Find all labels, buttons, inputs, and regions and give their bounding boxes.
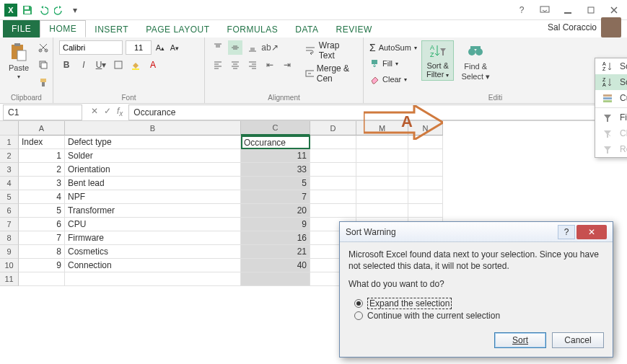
cell[interactable] xyxy=(356,149,408,163)
fill-color-button[interactable] xyxy=(128,58,143,72)
align-bottom-button[interactable] xyxy=(245,40,260,55)
cell[interactable] xyxy=(408,163,443,177)
cancel-formula-icon[interactable]: ✕ xyxy=(91,106,98,117)
cell[interactable] xyxy=(310,190,356,204)
format-painter-button[interactable] xyxy=(36,75,51,89)
col-header[interactable]: B xyxy=(65,121,241,136)
cell[interactable]: CPU xyxy=(65,218,241,231)
font-family-select[interactable] xyxy=(59,40,123,55)
cell[interactable]: 5 xyxy=(241,177,310,190)
account-area[interactable]: Sal Coraccio xyxy=(548,17,627,37)
row-header[interactable]: 3 xyxy=(0,163,19,177)
cell[interactable]: Defect type xyxy=(65,136,241,149)
paste-button[interactable]: Paste ▾ xyxy=(6,40,32,81)
cell[interactable] xyxy=(408,177,443,190)
radio-expand-selection[interactable]: Expand the selection xyxy=(354,298,604,309)
cell[interactable]: Bent lead xyxy=(65,177,241,190)
cell[interactable] xyxy=(356,204,408,218)
cell[interactable] xyxy=(310,163,356,177)
cell[interactable]: Transformer xyxy=(65,204,241,218)
sort-smallest-to-largest[interactable]: AZ Sort Smallest to Largest xyxy=(595,58,627,74)
align-center-button[interactable] xyxy=(228,58,242,72)
save-icon[interactable] xyxy=(22,4,33,16)
fill-button[interactable]: Fill▾ xyxy=(369,56,417,71)
enter-formula-icon[interactable]: ✓ xyxy=(104,106,111,117)
cancel-button[interactable]: Cancel xyxy=(552,332,604,348)
border-button[interactable] xyxy=(111,58,126,72)
cell[interactable]: 40 xyxy=(241,259,310,272)
cell[interactable]: 16 xyxy=(241,231,310,245)
row-header[interactable]: 11 xyxy=(0,272,19,286)
align-middle-button[interactable] xyxy=(228,40,242,55)
cell[interactable] xyxy=(408,149,443,163)
clear-button[interactable]: Clear▾ xyxy=(369,72,417,86)
row-header[interactable]: 10 xyxy=(0,259,19,272)
decrease-indent-button[interactable]: ⇤ xyxy=(263,58,277,72)
name-box[interactable]: C1 xyxy=(3,105,82,120)
cell[interactable] xyxy=(408,190,443,204)
bold-button[interactable]: B xyxy=(59,58,74,72)
row-header[interactable]: 4 xyxy=(0,177,19,190)
cell[interactable] xyxy=(408,204,443,218)
tab-formulas[interactable]: FORMULAS xyxy=(219,22,287,37)
cell[interactable]: 9 xyxy=(241,218,310,231)
tab-file[interactable]: FILE xyxy=(3,20,40,37)
undo-icon[interactable] xyxy=(38,4,49,16)
sort-largest-to-smallest[interactable]: ZA Sort Largest to Smallest xyxy=(595,74,627,90)
cell[interactable]: 7 xyxy=(241,190,310,204)
cell[interactable]: 5 xyxy=(19,204,65,218)
row-header[interactable]: 1 xyxy=(0,136,19,149)
row-header[interactable]: 2 xyxy=(0,149,19,163)
sort-filter-button[interactable]: AZ Sort & Filter ▾ xyxy=(421,40,455,81)
align-right-button[interactable] xyxy=(245,58,260,72)
radio-continue-current[interactable]: Continue with the current selection xyxy=(354,311,604,321)
row-header[interactable]: 6 xyxy=(0,204,19,218)
cell[interactable]: 8 xyxy=(19,245,65,259)
fx-icon[interactable]: fx xyxy=(117,106,123,117)
font-color-button[interactable]: A xyxy=(146,58,160,72)
cell[interactable]: 6 xyxy=(19,218,65,231)
filter-item[interactable]: Filter xyxy=(595,110,627,125)
cell[interactable]: 20 xyxy=(241,204,310,218)
cell[interactable] xyxy=(241,272,310,286)
row-header[interactable]: 7 xyxy=(0,218,19,231)
cell[interactable]: Cosmetics xyxy=(65,245,241,259)
row-header[interactable]: 9 xyxy=(0,245,19,259)
cell[interactable]: NPF xyxy=(65,190,241,204)
cell[interactable]: Index xyxy=(19,136,65,149)
cell[interactable] xyxy=(356,136,408,149)
underline-button[interactable]: U▾ xyxy=(94,58,108,72)
cell[interactable] xyxy=(356,190,408,204)
close-button[interactable] xyxy=(605,3,623,17)
cell[interactable] xyxy=(65,272,241,286)
italic-button[interactable]: I xyxy=(76,58,91,72)
cut-button[interactable] xyxy=(36,40,51,55)
help-button[interactable]: ? xyxy=(513,3,530,17)
sort-button[interactable]: Sort xyxy=(494,332,546,348)
restore-button[interactable] xyxy=(582,3,600,17)
tab-home[interactable]: HOME xyxy=(40,20,86,37)
col-header[interactable]: C xyxy=(241,121,310,136)
cell[interactable]: 21 xyxy=(241,245,310,259)
cell[interactable]: Orientation xyxy=(65,163,241,177)
row-header[interactable]: 8 xyxy=(0,231,19,245)
col-header[interactable]: M xyxy=(356,121,408,136)
col-header[interactable]: A xyxy=(19,121,65,136)
select-all-cell[interactable] xyxy=(0,121,19,136)
merge-center-button[interactable]: Merge & Cen xyxy=(304,63,357,84)
minimize-button[interactable] xyxy=(559,3,576,17)
shrink-font-button[interactable]: A▾ xyxy=(169,40,180,55)
cell[interactable] xyxy=(356,163,408,177)
cell[interactable] xyxy=(310,177,356,190)
cell[interactable]: Solder xyxy=(65,149,241,163)
cell[interactable]: 2 xyxy=(19,163,65,177)
cell[interactable]: Occurance xyxy=(241,136,310,149)
font-size-select[interactable] xyxy=(126,40,152,55)
cell[interactable]: 1 xyxy=(19,149,65,163)
cell[interactable] xyxy=(19,272,65,286)
cell[interactable]: 3 xyxy=(19,177,65,190)
cell[interactable]: Firmware xyxy=(65,231,241,245)
align-top-button[interactable] xyxy=(211,40,225,55)
autosum-button[interactable]: ΣAutoSum▾ xyxy=(369,40,417,55)
col-header[interactable]: D xyxy=(310,121,356,136)
